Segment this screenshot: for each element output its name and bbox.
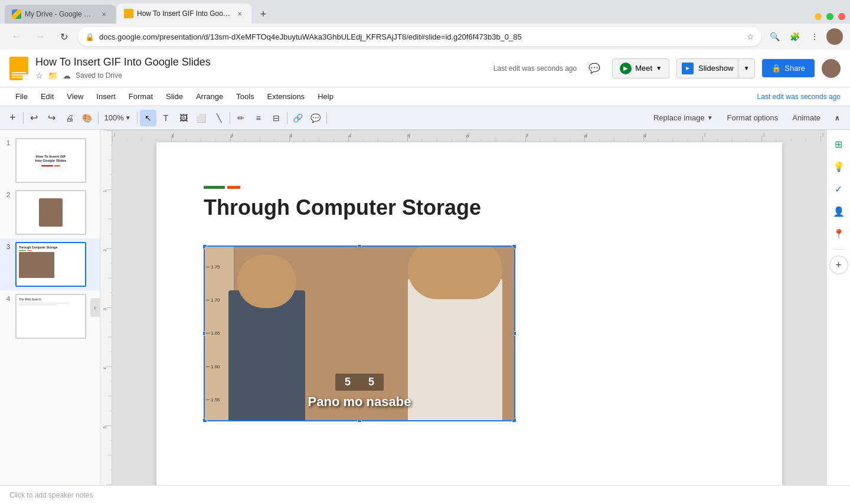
select-tool-button[interactable]: ↖ — [140, 110, 156, 126]
menu-tools[interactable]: Tools — [230, 90, 260, 103]
address-bar[interactable]: 🔒 docs.google.com/presentation/d/13sm-dX… — [78, 27, 761, 46]
slides-app-icon — [9, 57, 28, 80]
maximize-button[interactable] — [826, 13, 833, 20]
share-button[interactable]: 🔒 Share — [762, 59, 815, 77]
slide-number-1: 1 — [4, 138, 13, 146]
back-button[interactable]: ← — [7, 27, 26, 46]
slides-tab[interactable]: How To Insert GIF Into Google Sl ✕ — [117, 4, 251, 24]
move-to-drive-icon[interactable]: 📁 — [48, 71, 58, 80]
zoom-dropdown-icon: ▼ — [125, 114, 131, 121]
animate-button[interactable]: Animate — [786, 111, 826, 125]
link-button[interactable]: 🔗 — [290, 110, 306, 126]
number-board: 5 5 — [335, 374, 384, 391]
slide-thumb-4[interactable]: 4 The Web Search — [0, 290, 100, 342]
slideshow-presentation-icon: ▶ — [682, 63, 694, 74]
doc-title[interactable]: How To Insert GIF Into Google Slides — [35, 56, 486, 68]
slides-favicon — [124, 9, 133, 18]
redo-button[interactable]: ↪ — [44, 110, 60, 126]
gif-caption: Pano mo nasabe — [308, 394, 411, 410]
slide-thumb-1[interactable]: 1 How To Insert GIFInto Google Slides — [0, 135, 100, 186]
tasks-sidebar-icon[interactable]: ✓ — [829, 179, 848, 198]
zoom-level[interactable]: 100% ▼ — [101, 112, 135, 123]
person-left-head — [237, 255, 296, 308]
collapse-panel-button[interactable]: ∧ — [829, 110, 845, 126]
replace-image-button[interactable]: Replace image ▼ — [648, 111, 719, 125]
star-icon[interactable]: ☆ — [35, 71, 43, 80]
toolbar-divider-4 — [230, 112, 230, 124]
speaker-notes-placeholder[interactable]: Click to add speaker notes — [9, 491, 93, 499]
gif-image[interactable]: 1.75 1.70 1.65 1.60 1.55 5 5 — [205, 247, 514, 420]
slide-number-4: 4 — [4, 294, 13, 302]
toolbar-divider-1 — [23, 112, 24, 124]
menu-slide[interactable]: Slide — [160, 90, 189, 103]
pen-tool-button[interactable]: ✏ — [233, 110, 249, 126]
menu-arrange[interactable]: Arrange — [190, 90, 229, 103]
format-options-button[interactable]: Format options — [721, 111, 784, 125]
slideshow-button[interactable]: ▶ Slideshow ▼ — [676, 58, 755, 78]
forward-button[interactable]: → — [31, 27, 50, 46]
menu-help[interactable]: Help — [312, 90, 339, 103]
user-profile-icon[interactable] — [826, 28, 843, 45]
image-tool-button[interactable]: 🖼 — [175, 110, 192, 126]
line-tool-button[interactable]: ╲ — [211, 110, 227, 126]
slide-preview-1[interactable]: How To Insert GIFInto Google Slides — [15, 138, 86, 183]
drive-tab[interactable]: My Drive - Google Drive ✕ — [5, 5, 116, 24]
contacts-sidebar-icon[interactable]: 👤 — [829, 202, 848, 221]
sheets-sidebar-icon[interactable]: ⊞ — [829, 135, 848, 153]
slide-thumb-3[interactable]: 3 Through Computer Storage — [0, 238, 100, 290]
paint-format-button[interactable]: 🎨 — [79, 110, 96, 126]
keep-sidebar-icon[interactable]: 💡 — [829, 157, 848, 176]
slide-image-container[interactable]: 1.75 1.70 1.65 1.60 1.55 5 5 — [204, 246, 515, 421]
slides-panel: 1 How To Insert GIFInto Google Slides 2 … — [0, 130, 100, 485]
close-window-button[interactable] — [838, 13, 845, 20]
user-avatar[interactable] — [822, 59, 841, 78]
extensions-icon[interactable]: 🧩 — [786, 28, 803, 45]
speaker-notes[interactable]: Click to add speaker notes — [0, 485, 850, 504]
slide-heading[interactable]: Through Computer Storage — [204, 195, 481, 220]
align-left-button[interactable]: ≡ — [250, 110, 267, 126]
menu-file[interactable]: File — [9, 90, 34, 103]
undo-button[interactable]: ↩ — [26, 110, 42, 126]
bookmark-icon[interactable]: ☆ — [747, 32, 754, 41]
app-header: How To Insert GIF Into Google Slides ☆ 📁… — [0, 50, 850, 87]
text-tool-button[interactable]: T — [158, 110, 174, 126]
secure-icon: 🔒 — [85, 32, 94, 41]
maps-sidebar-icon[interactable]: 📍 — [829, 224, 848, 243]
menu-edit[interactable]: Edit — [35, 90, 60, 103]
window-controls — [815, 13, 845, 24]
slide-preview-3[interactable]: Through Computer Storage — [15, 242, 86, 287]
meet-dropdown-icon: ▼ — [656, 65, 662, 71]
slide-number-2: 2 — [4, 190, 13, 198]
slide-bg[interactable]: Through Computer Storage — [156, 142, 782, 485]
format-options-label: Format options — [727, 113, 779, 122]
context-toolbar: Replace image ▼ Format options Animate ∧ — [648, 110, 845, 126]
slideshow-dropdown-arrow[interactable]: ▼ — [738, 59, 754, 78]
panel-toggle-button[interactable]: ‹ — [90, 298, 100, 317]
meet-button[interactable]: ▶ Meet ▼ — [612, 58, 669, 78]
shape-tool-button[interactable]: ⬜ — [193, 110, 210, 126]
menu-insert[interactable]: Insert — [90, 90, 122, 103]
chrome-menu-icon[interactable]: ⋮ — [806, 28, 823, 45]
comments-button[interactable]: 💬 — [584, 58, 605, 79]
menu-view[interactable]: View — [61, 90, 89, 103]
word-art-button[interactable]: ⊟ — [268, 110, 285, 126]
svg-text:4: 4 — [103, 367, 107, 369]
doc-title-area: How To Insert GIF Into Google Slides ☆ 📁… — [35, 56, 486, 80]
drive-tab-close[interactable]: ✕ — [99, 9, 109, 19]
search-icon[interactable]: 🔍 — [766, 28, 783, 45]
minimize-button[interactable] — [815, 13, 822, 20]
replace-image-label: Replace image — [653, 113, 705, 122]
menu-extensions[interactable]: Extensions — [261, 90, 311, 103]
print-button[interactable]: 🖨 — [61, 110, 78, 126]
slide-preview-2[interactable] — [15, 190, 86, 235]
new-tab-button[interactable]: + — [255, 6, 272, 22]
slide-preview-4[interactable]: The Web Search — [15, 294, 86, 339]
slide-thumb-2[interactable]: 2 — [0, 186, 100, 238]
reload-button[interactable]: ↻ — [54, 27, 73, 46]
add-element-button[interactable]: + — [5, 109, 21, 126]
slides-tab-close[interactable]: ✕ — [235, 9, 244, 18]
person-right-head — [408, 247, 502, 299]
menu-format[interactable]: Format — [123, 90, 159, 103]
comment-button[interactable]: 💬 — [308, 110, 324, 126]
add-sidebar-tool-button[interactable]: + — [829, 256, 848, 274]
